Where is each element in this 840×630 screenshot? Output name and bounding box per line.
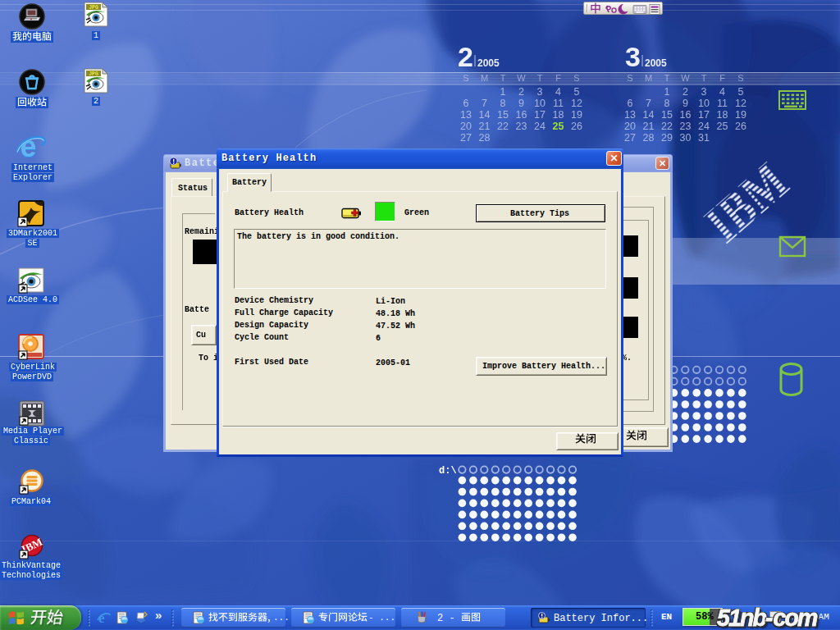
svg-text:d:\: d:\ — [439, 465, 457, 477]
svg-text:3: 3 — [537, 86, 543, 98]
svg-text:2: 2 — [518, 86, 524, 98]
svg-text:18: 18 — [553, 109, 564, 121]
svg-text:W: W — [517, 73, 526, 83]
svg-text:20: 20 — [460, 121, 472, 132]
svg-text:29: 29 — [661, 132, 673, 144]
svg-text:JPG: JPG — [89, 5, 98, 11]
svg-text:13: 13 — [460, 109, 472, 121]
svg-text:18: 18 — [717, 109, 728, 121]
svg-text:2005: 2005 — [645, 57, 667, 69]
svg-text:12: 12 — [571, 98, 582, 109]
svg-text:6: 6 — [463, 98, 469, 109]
svg-text:21: 21 — [479, 121, 491, 132]
svg-text:27: 27 — [460, 132, 472, 144]
svg-text:4: 4 — [555, 86, 561, 98]
svg-text:22: 22 — [661, 121, 673, 132]
svg-text:25: 25 — [717, 121, 728, 132]
svg-text:5: 5 — [738, 86, 744, 98]
svg-text:10: 10 — [534, 98, 546, 109]
svg-text:M: M — [645, 73, 652, 83]
svg-text:9: 9 — [518, 98, 524, 109]
svg-text:14: 14 — [479, 109, 491, 121]
svg-text:26: 26 — [735, 121, 746, 132]
svg-text:30: 30 — [680, 132, 692, 144]
svg-text:S: S — [737, 73, 743, 83]
svg-text:15: 15 — [661, 109, 673, 121]
svg-text:28: 28 — [643, 132, 655, 144]
svg-text:1: 1 — [500, 86, 506, 98]
svg-text:13: 13 — [624, 109, 636, 121]
svg-text:JPG: JPG — [89, 71, 98, 77]
svg-text:7: 7 — [646, 98, 651, 109]
svg-text:20: 20 — [624, 121, 636, 132]
svg-text:8: 8 — [664, 98, 670, 109]
svg-text:15: 15 — [497, 109, 509, 121]
svg-text:22: 22 — [497, 121, 509, 132]
svg-text:24: 24 — [534, 121, 546, 132]
svg-text:S: S — [627, 73, 632, 83]
svg-text:12: 12 — [735, 98, 746, 109]
svg-text:27: 27 — [624, 132, 636, 144]
svg-text:7: 7 — [482, 98, 487, 109]
svg-text:T: T — [537, 73, 543, 83]
svg-text:25: 25 — [553, 121, 564, 132]
svg-text:4: 4 — [719, 86, 725, 98]
svg-text:23: 23 — [516, 121, 527, 132]
svg-text:F: F — [555, 73, 561, 83]
svg-text:19: 19 — [571, 109, 582, 121]
svg-text:T: T — [500, 73, 506, 83]
svg-text:19: 19 — [735, 109, 746, 121]
svg-text:6: 6 — [628, 98, 633, 109]
svg-text:9: 9 — [682, 98, 688, 109]
svg-text:21: 21 — [643, 121, 655, 132]
svg-text:16: 16 — [680, 109, 692, 121]
svg-text:S: S — [463, 73, 468, 83]
svg-text:3: 3 — [625, 41, 641, 72]
svg-text:16: 16 — [516, 109, 527, 121]
svg-text:17: 17 — [534, 109, 546, 121]
svg-text:1: 1 — [664, 86, 670, 98]
svg-text:2: 2 — [682, 86, 688, 98]
svg-text:11: 11 — [717, 98, 728, 109]
svg-text:11: 11 — [553, 98, 564, 109]
svg-text:T: T — [701, 73, 707, 83]
svg-text:28: 28 — [479, 132, 491, 144]
svg-text:26: 26 — [571, 121, 582, 132]
svg-text:W: W — [681, 73, 690, 83]
svg-text:31: 31 — [698, 132, 710, 144]
svg-text:2: 2 — [458, 41, 473, 72]
svg-text:5: 5 — [574, 86, 580, 98]
svg-text:8: 8 — [500, 98, 506, 109]
svg-text:F: F — [719, 73, 725, 83]
svg-text:3: 3 — [701, 86, 707, 98]
svg-text:24: 24 — [698, 121, 710, 132]
svg-text:10: 10 — [698, 98, 710, 109]
svg-text:T: T — [664, 73, 670, 83]
svg-text:M: M — [481, 73, 488, 83]
svg-text:17: 17 — [698, 109, 710, 121]
svg-text:23: 23 — [680, 121, 692, 132]
svg-text:2005: 2005 — [477, 57, 500, 69]
svg-text:14: 14 — [643, 109, 655, 121]
svg-text:S: S — [573, 73, 579, 83]
